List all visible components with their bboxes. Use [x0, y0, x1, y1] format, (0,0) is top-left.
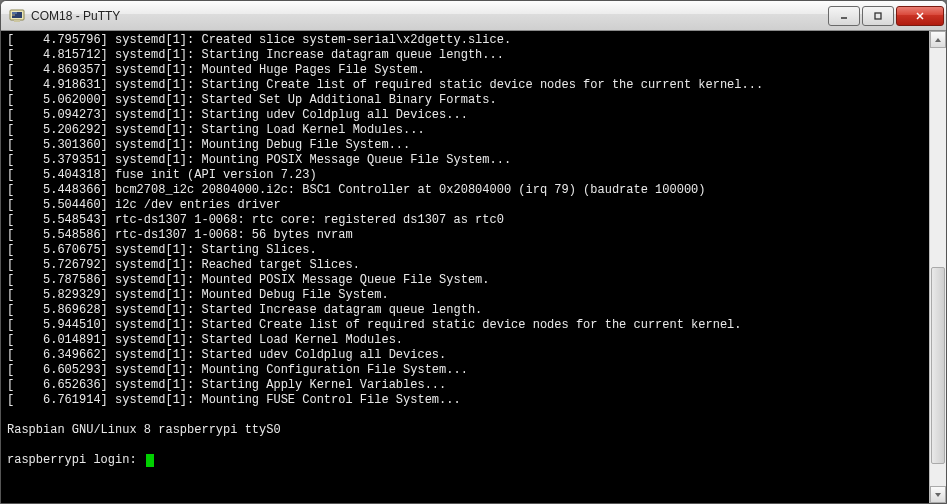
- putty-icon: [9, 8, 25, 24]
- terminal-line: [ 5.301360] systemd[1]: Mounting Debug F…: [7, 138, 944, 153]
- terminal-line: [ 4.918631] systemd[1]: Starting Create …: [7, 78, 944, 93]
- terminal-line: [ 5.404318] fuse init (API version 7.23): [7, 168, 944, 183]
- terminal-line: Raspbian GNU/Linux 8 raspberrypi ttyS0: [7, 423, 944, 438]
- terminal-line: [ 6.761914] systemd[1]: Mounting FUSE Co…: [7, 393, 944, 408]
- cursor: [146, 454, 154, 467]
- svg-rect-2: [14, 20, 20, 22]
- svg-rect-6: [875, 13, 881, 19]
- terminal-line: [ 5.548543] rtc-ds1307 1-0068: rtc core:…: [7, 213, 944, 228]
- terminal-line: [ 6.014891] systemd[1]: Started Load Ker…: [7, 333, 944, 348]
- terminal-line: [ 5.206292] systemd[1]: Starting Load Ke…: [7, 123, 944, 138]
- terminal-line: [ 5.094273] systemd[1]: Starting udev Co…: [7, 108, 944, 123]
- window-controls: [826, 6, 944, 26]
- terminal-line: [7, 408, 944, 423]
- titlebar[interactable]: COM18 - PuTTY: [1, 1, 946, 31]
- scrollbar[interactable]: [929, 31, 946, 503]
- terminal-line: [ 5.448366] bcm2708_i2c 20804000.i2c: BS…: [7, 183, 944, 198]
- terminal-line: [ 5.829329] systemd[1]: Mounted Debug Fi…: [7, 288, 944, 303]
- scroll-thumb[interactable]: [931, 267, 945, 464]
- terminal-line: [ 5.379351] systemd[1]: Mounting POSIX M…: [7, 153, 944, 168]
- terminal-area[interactable]: [ 4.795796] systemd[1]: Created slice sy…: [1, 31, 946, 503]
- terminal-line: [ 5.787586] systemd[1]: Mounted POSIX Me…: [7, 273, 944, 288]
- minimize-button[interactable]: [828, 6, 860, 26]
- terminal-line: [ 5.869628] systemd[1]: Started Increase…: [7, 303, 944, 318]
- close-button[interactable]: [896, 6, 944, 26]
- svg-marker-10: [935, 493, 941, 497]
- terminal-line: [ 5.726792] systemd[1]: Reached target S…: [7, 258, 944, 273]
- terminal-line: [ 5.944510] systemd[1]: Started Create l…: [7, 318, 944, 333]
- terminal-line: [ 5.062000] systemd[1]: Started Set Up A…: [7, 93, 944, 108]
- terminal-output: [ 4.795796] systemd[1]: Created slice sy…: [7, 33, 944, 468]
- scroll-track[interactable]: [930, 48, 946, 486]
- terminal-line: [7, 438, 944, 453]
- window-title: COM18 - PuTTY: [31, 9, 826, 23]
- terminal-line: [ 4.795796] systemd[1]: Created slice sy…: [7, 33, 944, 48]
- terminal-line: [ 6.349662] systemd[1]: Started udev Col…: [7, 348, 944, 363]
- terminal-line: [ 6.605293] systemd[1]: Mounting Configu…: [7, 363, 944, 378]
- terminal-line: [ 4.869357] systemd[1]: Mounted Huge Pag…: [7, 63, 944, 78]
- scroll-up-button[interactable]: [930, 31, 946, 48]
- terminal-line: [ 4.815712] systemd[1]: Starting Increas…: [7, 48, 944, 63]
- terminal-line: [ 5.670675] systemd[1]: Starting Slices.: [7, 243, 944, 258]
- terminal-line: [ 5.548586] rtc-ds1307 1-0068: 56 bytes …: [7, 228, 944, 243]
- terminal-line: [ 5.504460] i2c /dev entries driver: [7, 198, 944, 213]
- maximize-button[interactable]: [862, 6, 894, 26]
- svg-marker-9: [935, 38, 941, 42]
- login-prompt[interactable]: raspberrypi login:: [7, 453, 944, 468]
- terminal-line: [ 6.652636] systemd[1]: Starting Apply K…: [7, 378, 944, 393]
- scroll-down-button[interactable]: [930, 486, 946, 503]
- putty-window: COM18 - PuTTY [ 4.795796] systemd[1]: Cr…: [0, 0, 947, 504]
